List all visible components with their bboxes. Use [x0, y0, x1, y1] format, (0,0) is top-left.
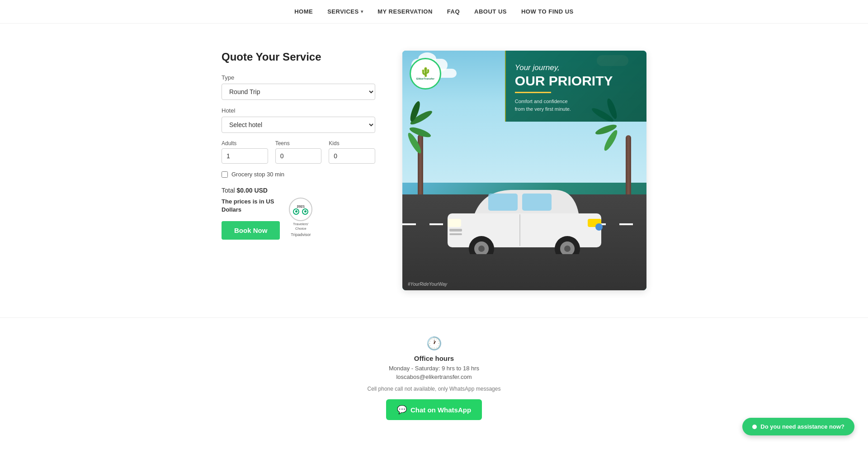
book-btn-row: The prices is in US Dollars Book Now 202…	[222, 198, 375, 240]
promo-image-section: 🌵 ElikerTransfer Your journey, OUR PRIOR…	[402, 51, 646, 290]
ta-eye-right	[302, 208, 308, 215]
office-hours-text: Monday - Saturday: 9 hrs to 18 hrs	[9, 365, 859, 372]
whatsapp-button[interactable]: 💬 Chat on WhatsApp	[386, 399, 482, 420]
email-text: loscabos@elikertransfer.com	[9, 373, 859, 380]
svg-rect-11	[449, 229, 462, 232]
total-prefix: Total	[222, 187, 235, 194]
whatsapp-icon: 💬	[397, 405, 407, 415]
clock-icon: 🕐	[9, 336, 859, 351]
nav-my-reservation[interactable]: MY RESERVATION	[377, 8, 433, 15]
kids-group: Kids	[329, 140, 375, 164]
nav-home[interactable]: HOME	[294, 8, 313, 15]
logo-text: ElikerTransfer	[416, 77, 434, 80]
assistance-dot	[752, 425, 757, 429]
cactus-icon: 🌵	[420, 66, 431, 77]
assistance-text: Do you need assistance now?	[760, 423, 844, 430]
tripadvisor-brand: Tripadvisor	[291, 232, 311, 237]
comfort-text: Comfort and confidencefrom the very firs…	[515, 98, 637, 113]
assistance-bubble[interactable]: Do you need assistance now?	[742, 418, 854, 435]
adults-label: Adults	[222, 140, 268, 147]
adults-group: Adults	[222, 140, 268, 164]
brand-logo: 🌵 ElikerTransfer	[410, 58, 441, 90]
nav-about-us[interactable]: ABOUT US	[474, 8, 507, 15]
total-row: Total $0.00 USD	[222, 187, 375, 194]
promo-card: 🌵 ElikerTransfer Your journey, OUR PRIOR…	[402, 51, 646, 290]
teens-input[interactable]	[275, 148, 322, 164]
passengers-row: Adults Teens Kids	[222, 140, 375, 164]
navigation: HOME SERVICES ▾ MY RESERVATION FAQ ABOUT…	[0, 0, 868, 24]
svg-point-7	[478, 246, 485, 252]
cell-note: Cell phone call not available, only What…	[9, 386, 859, 392]
svg-rect-1	[488, 194, 518, 211]
priority-text: OUR PRIORITY	[515, 73, 637, 88]
adults-input[interactable]	[222, 148, 268, 164]
svg-rect-2	[522, 194, 552, 211]
nav-faq[interactable]: FAQ	[447, 8, 460, 15]
ta-eye-left	[293, 208, 299, 215]
kids-label: Kids	[329, 140, 375, 147]
hashtag-text: #YourRideYourWay	[408, 282, 447, 287]
svg-point-14	[595, 223, 603, 231]
svg-point-10	[564, 246, 571, 252]
journey-text: Your journey,	[515, 63, 637, 72]
tripadvisor-year: 2021	[297, 204, 305, 208]
whatsapp-label: Chat on WhatsApp	[410, 406, 471, 414]
book-now-button[interactable]: Book Now	[222, 221, 280, 240]
chevron-down-icon: ▾	[361, 9, 363, 14]
svg-rect-3	[448, 219, 461, 227]
grocery-checkbox[interactable]	[222, 171, 228, 178]
promo-bg: 🌵 ElikerTransfer Your journey, OUR PRIOR…	[402, 51, 646, 290]
grocery-label[interactable]: Grocery stop 30 min	[231, 171, 284, 178]
office-hours-title: Office hours	[9, 354, 859, 362]
svg-rect-12	[449, 233, 462, 235]
tripadvisor-eyes	[293, 208, 308, 215]
hotel-label: Hotel	[222, 107, 375, 114]
total-amount: $0.00 USD	[236, 187, 267, 194]
tripadvisor-label: Travelers' Choice	[293, 222, 309, 232]
prices-note: The prices is in US Dollars	[222, 198, 280, 214]
type-select[interactable]: Round Trip One Way	[222, 84, 375, 100]
footer-section: 🕐 Office hours Monday - Saturday: 9 hrs …	[0, 317, 868, 447]
tripadvisor-circle: 2021	[289, 198, 312, 221]
main-content: Quote Your Service Type Round Trip One W…	[118, 24, 750, 317]
teens-group: Teens	[275, 140, 322, 164]
teens-label: Teens	[275, 140, 322, 147]
car-svg	[439, 182, 610, 254]
hotel-select[interactable]: Select hotel	[222, 117, 375, 133]
grocery-row: Grocery stop 30 min	[222, 171, 375, 178]
promo-text-overlay: Your journey, OUR PRIORITY Comfort and c…	[505, 51, 646, 122]
kids-input[interactable]	[329, 148, 375, 164]
quote-form-title: Quote Your Service	[222, 51, 375, 63]
quote-form-section: Quote Your Service Type Round Trip One W…	[222, 51, 375, 245]
car-wrapper	[402, 182, 646, 254]
tripadvisor-badge: 2021 Travelers' Choice Tripadvisor	[289, 198, 312, 237]
nav-services[interactable]: SERVICES ▾	[327, 8, 363, 15]
priority-underline	[515, 92, 551, 93]
nav-how-to-find-us[interactable]: HOW TO FIND US	[521, 8, 574, 15]
type-label: Type	[222, 74, 375, 81]
